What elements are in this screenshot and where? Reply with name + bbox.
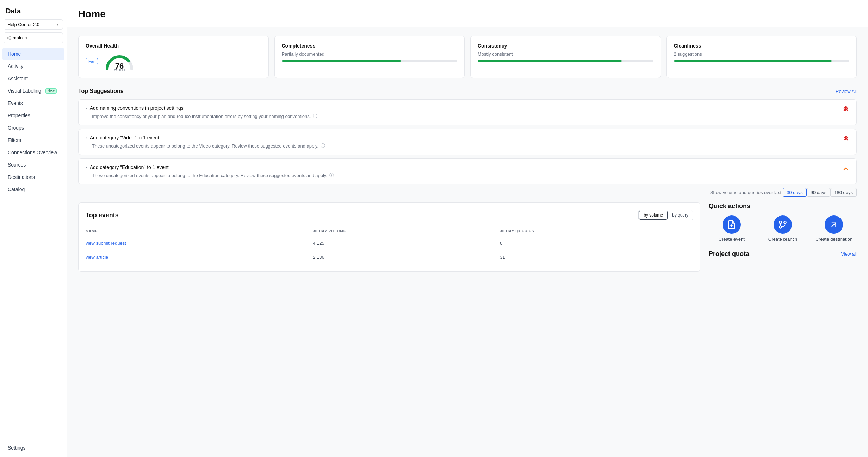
health-card-title: Overall Health [86, 43, 261, 49]
branch-chevron-icon: ▼ [25, 36, 28, 40]
suggestion-title: › Add category "Video" to 1 event [86, 135, 849, 140]
suggestion-description: Improve the consistency of your plan and… [92, 113, 849, 119]
nav-badge-visual-labeling: New [45, 88, 57, 94]
suggestions-title: Top Suggestions [78, 88, 124, 94]
branch-icon: ⑆ [7, 35, 11, 41]
sidebar-item-catalog[interactable]: Catalog [2, 183, 64, 195]
suggestion-description: These uncategorized events appear to bel… [92, 143, 849, 149]
health-card-title: Consistency [478, 43, 653, 49]
sidebar-bottom: Settings [0, 439, 67, 457]
health-card-title: Cleanliness [674, 43, 850, 49]
quick-action-icon-create-branch [774, 215, 792, 234]
view-toggle-by-query[interactable]: by query [668, 210, 693, 220]
right-panel: Quick actions Create event Create branch… [709, 202, 857, 272]
health-card-subtitle: Partially documented [282, 51, 458, 57]
quick-action-icon-create-destination [825, 215, 843, 234]
info-icon[interactable]: ⓘ [321, 143, 325, 149]
branch-selector[interactable]: ⑆ main ▼ [4, 32, 63, 43]
suggestion-desc-text: These uncategorized events appear to bel… [92, 173, 327, 178]
sidebar-item-settings[interactable]: Settings [2, 442, 64, 454]
view-all-link[interactable]: View all [841, 251, 857, 257]
health-bar [478, 60, 653, 62]
project-quota-title: Project quota [709, 250, 749, 258]
sidebar-item-visual-labeling[interactable]: Visual LabelingNew [2, 85, 64, 97]
quick-action-create-event[interactable]: Create event [709, 215, 754, 242]
table-row: view article2,13631 [86, 250, 693, 264]
health-card-overall-health: Overall Health Fair 76 of 100 [78, 36, 269, 78]
quick-action-create-branch[interactable]: Create branch [760, 215, 805, 242]
table-cell-name[interactable]: view article [86, 250, 313, 264]
page-title: Home [78, 8, 857, 20]
sidebar-item-activity[interactable]: Activity [2, 60, 64, 72]
info-icon[interactable]: ⓘ [329, 172, 334, 179]
events-title: Top events [86, 212, 119, 219]
gauge-container: 76 of 100 [104, 51, 135, 71]
suggestions-list: › Add naming conventions in project sett… [78, 99, 857, 184]
sidebar-item-groups[interactable]: Groups [2, 122, 64, 134]
quick-action-icon-create-event [723, 215, 741, 234]
priority-icon [842, 106, 849, 114]
gauge-of-label: of 100 [114, 68, 125, 72]
quick-actions-grid: Create event Create branch Create destin… [709, 215, 857, 242]
table-cell-volume: 4,125 [313, 236, 500, 250]
view-toggle-by-volume[interactable]: by volume [639, 211, 668, 220]
overall-health-content: Fair 76 of 100 [86, 51, 261, 71]
suggestion-description: These uncategorized events appear to bel… [92, 172, 849, 179]
time-filter: Show volume and queries over last 30 day… [78, 188, 857, 197]
suggestion-title-text: Add naming conventions in project settin… [90, 105, 184, 111]
suggestion-title-text: Add category "Education" to 1 event [90, 164, 169, 170]
quick-action-create-destination[interactable]: Create destination [811, 215, 857, 242]
time-filter-btn-90days[interactable]: 90 days [807, 188, 831, 197]
page-header: Home [67, 0, 868, 27]
expand-chevron-icon[interactable]: › [86, 136, 87, 140]
workspace-label: Help Center 2.0 [7, 22, 39, 27]
time-filter-btn-180days[interactable]: 180 days [830, 188, 857, 197]
suggestion-card-suggestion-1: › Add naming conventions in project sett… [78, 99, 857, 125]
sidebar-item-events[interactable]: Events [2, 97, 64, 109]
events-col-0: NAME [86, 226, 313, 236]
quick-action-label-create-branch: Create branch [768, 237, 797, 242]
sidebar: Data Help Center 2.0 ▼ ⑆ main ▼ HomeActi… [0, 0, 67, 457]
time-filter-btn-30days[interactable]: 30 days [783, 188, 807, 197]
fair-badge: Fair [86, 58, 98, 64]
expand-chevron-icon[interactable]: › [86, 165, 87, 169]
suggestion-desc-text: These uncategorized events appear to bel… [92, 143, 318, 149]
bottom-grid: Top events by volumeby query NAME30 DAY … [78, 202, 857, 272]
workspace-chevron-icon: ▼ [56, 23, 59, 26]
svg-line-6 [832, 223, 836, 227]
table-cell-name[interactable]: view submit request [86, 236, 313, 250]
time-filter-label: Show volume and queries over last [710, 190, 781, 195]
sidebar-item-home[interactable]: Home [2, 48, 64, 60]
sidebar-item-connections-overview[interactable]: Connections Overview [2, 146, 64, 158]
sidebar-item-filters[interactable]: Filters [2, 134, 64, 146]
suggestion-title: › Add category "Education" to 1 event [86, 164, 849, 170]
main-body: Overall Health Fair 76 of 100 Completene… [67, 27, 868, 280]
expand-chevron-icon[interactable]: › [86, 106, 87, 110]
table-row: view submit request4,1250 [86, 236, 693, 250]
sidebar-item-destinations[interactable]: Destinations [2, 171, 64, 183]
suggestion-title: › Add naming conventions in project sett… [86, 105, 849, 111]
quick-actions-title: Quick actions [709, 202, 857, 210]
sidebar-item-properties[interactable]: Properties [2, 109, 64, 121]
health-bar-fill [478, 60, 622, 62]
events-table: NAME30 DAY VOLUME30 DAY QUERIES view sub… [86, 226, 693, 264]
events-header: Top events by volumeby query [86, 210, 693, 220]
events-col-2: 30 DAY QUERIES [500, 226, 693, 236]
project-quota-header: Project quota View all [709, 250, 857, 258]
health-card-subtitle: 2 suggestions [674, 51, 850, 57]
priority-icon [842, 136, 849, 144]
health-card-subtitle: Mostly consistent [478, 51, 653, 57]
health-bar [282, 60, 458, 62]
info-icon[interactable]: ⓘ [313, 113, 317, 119]
health-bar-fill [674, 60, 832, 62]
sidebar-item-assistant[interactable]: Assistant [2, 73, 64, 84]
app-logo: Data [0, 0, 67, 19]
review-all-link[interactable]: Review All [836, 89, 857, 94]
health-cards-grid: Overall Health Fair 76 of 100 Completene… [78, 36, 857, 78]
main-content: Home Overall Health Fair 76 of 100 Compl… [67, 0, 868, 457]
events-col-1: 30 DAY VOLUME [313, 226, 500, 236]
health-card-title: Completeness [282, 43, 458, 49]
workspace-selector[interactable]: Help Center 2.0 ▼ [4, 19, 63, 30]
sidebar-item-sources[interactable]: Sources [2, 159, 64, 171]
suggestion-title-text: Add category "Video" to 1 event [90, 135, 159, 140]
